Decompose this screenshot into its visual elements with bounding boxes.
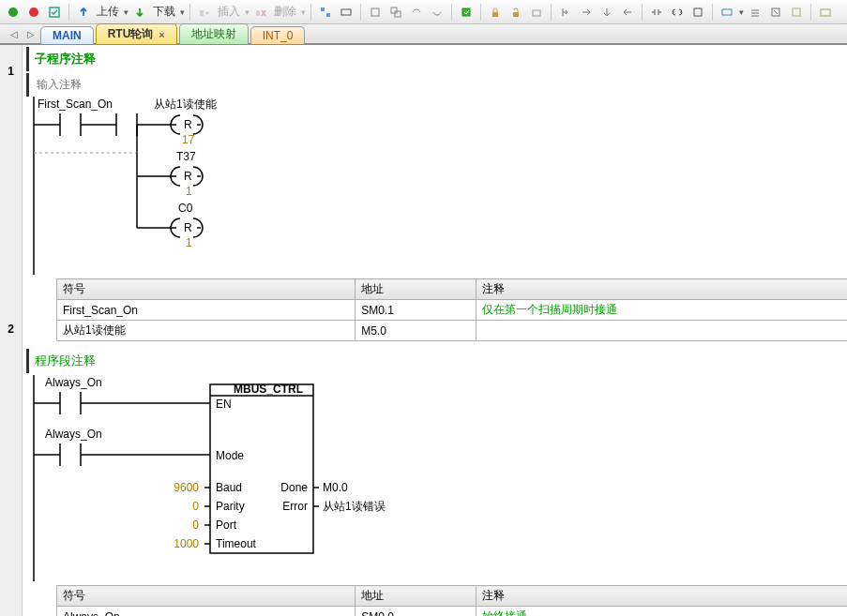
tab-nav-prev-icon[interactable]: ◁ xyxy=(8,27,21,40)
tool-icon[interactable] xyxy=(428,3,446,22)
delete-icon xyxy=(251,3,270,22)
svg-point-0 xyxy=(8,8,18,17)
coil-reset: R xyxy=(184,170,192,183)
coil-count: 17 xyxy=(182,133,195,146)
table-row[interactable]: 从站1读使能 M5.0 xyxy=(57,321,848,341)
delete-label: 删除 xyxy=(274,4,296,20)
tool-icon[interactable] xyxy=(407,3,426,22)
tool-icon[interactable] xyxy=(618,3,637,22)
table-header: 注释 xyxy=(476,279,847,300)
run-button[interactable] xyxy=(4,3,23,22)
toolbar-separator xyxy=(360,4,361,21)
svg-rect-11 xyxy=(462,8,470,16)
lock-icon[interactable] xyxy=(486,3,505,22)
close-icon[interactable]: × xyxy=(159,29,164,40)
stop-button[interactable] xyxy=(24,3,43,22)
tab-rtu-poll[interactable]: RTU轮询× xyxy=(96,23,177,44)
tab-nav-next-icon[interactable]: ▷ xyxy=(24,27,38,40)
block-pin: Parity xyxy=(216,500,245,513)
table-row[interactable]: First_Scan_On SM0.1 仅在第一个扫描周期时接通 xyxy=(57,300,848,321)
coil-label: C0 xyxy=(178,202,193,215)
network-comment: 程序段注释 xyxy=(26,349,847,373)
toolbar: 上传▾ 下载▾ 插入▾ 删除▾ ▾ xyxy=(0,0,847,24)
tool-icon[interactable] xyxy=(766,3,785,22)
svg-rect-6 xyxy=(326,13,330,17)
contact-icon[interactable] xyxy=(647,3,666,22)
table-header: 地址 xyxy=(355,279,476,300)
download-dropdown-icon[interactable]: ▾ xyxy=(180,8,185,17)
coil-icon[interactable] xyxy=(668,3,687,22)
unlock-icon[interactable] xyxy=(507,3,525,22)
tool-icon[interactable] xyxy=(597,3,616,22)
tool-icon[interactable] xyxy=(787,3,806,22)
table-header: 符号 xyxy=(57,586,355,607)
tool-icon[interactable] xyxy=(386,3,405,22)
tab-main[interactable]: MAIN xyxy=(40,26,94,44)
tab-label: INT_0 xyxy=(263,29,294,42)
coil-label: T37 xyxy=(176,150,196,163)
tool-icon[interactable] xyxy=(366,3,385,22)
symbol-table-2: 符号 地址 注释 Always_On SM0.0 始终接通 从站1读错误 MB1… xyxy=(56,585,847,616)
svg-rect-9 xyxy=(391,8,397,13)
tool-icon[interactable] xyxy=(316,3,335,22)
tool-icon[interactable] xyxy=(527,3,546,22)
svg-rect-4 xyxy=(256,10,260,16)
download-label: 下载 xyxy=(153,4,175,20)
coil-reset: R xyxy=(184,118,192,131)
svg-rect-18 xyxy=(793,8,800,16)
svg-rect-16 xyxy=(722,9,732,15)
toolbar-separator xyxy=(642,4,643,21)
block-pin: Mode xyxy=(216,449,244,462)
table-header: 符号 xyxy=(57,279,355,300)
coil-label: 从站1读使能 xyxy=(154,98,217,111)
compile-button[interactable] xyxy=(45,3,64,22)
tool-icon[interactable] xyxy=(337,3,355,22)
dropdown-icon[interactable]: ▾ xyxy=(739,8,744,17)
upload-dropdown-icon[interactable]: ▾ xyxy=(124,8,129,17)
tab-bar: ◁ ▷ MAIN RTU轮询× 地址映射 INT_0 xyxy=(0,24,847,45)
tab-label: 地址映射 xyxy=(191,26,236,42)
coil-count: 1 xyxy=(186,185,192,198)
upload-button[interactable] xyxy=(74,3,93,22)
tool-icon[interactable] xyxy=(556,3,575,22)
tab-label: MAIN xyxy=(53,29,82,42)
ladder-diagram-1: First_Scan_On 从站1读使能 R 17 T37 R 1 xyxy=(23,97,829,275)
tool-icon[interactable] xyxy=(577,3,596,22)
table-row[interactable]: Always_On SM0.0 始终接通 xyxy=(57,607,848,617)
table-header: 注释 xyxy=(476,586,847,607)
block-pin-value: 从站1读错误 xyxy=(323,500,386,513)
contact-label: Always_On xyxy=(45,376,102,389)
svg-rect-19 xyxy=(821,9,830,16)
coil-reset: R xyxy=(184,221,192,234)
box-icon[interactable] xyxy=(688,3,707,22)
svg-rect-14 xyxy=(533,10,540,16)
upload-label: 上传 xyxy=(97,4,119,20)
toolbar-separator xyxy=(712,4,713,21)
svg-rect-3 xyxy=(200,10,204,16)
network-number: 2 xyxy=(0,323,22,336)
coil-count: 1 xyxy=(186,236,192,249)
editor-content[interactable]: 子程序注释 输入注释 First_Scan_On 从站1读使能 xyxy=(23,45,847,616)
toolbar-separator xyxy=(480,4,481,21)
tool-icon[interactable] xyxy=(816,3,835,22)
toolbar-separator xyxy=(451,4,452,21)
svg-rect-13 xyxy=(513,12,519,17)
block-pin-value: M0.0 xyxy=(323,481,348,494)
tool-icon[interactable] xyxy=(746,3,764,22)
delete-dropdown-icon: ▾ xyxy=(301,8,306,17)
block-pin: Port xyxy=(216,518,237,532)
block-pin: Baud xyxy=(216,481,242,494)
network-gutter: 1 2 xyxy=(0,45,23,616)
tool-icon[interactable] xyxy=(457,3,476,22)
block-title: MBUS_CTRL xyxy=(234,383,303,396)
tool-icon[interactable] xyxy=(718,3,736,22)
table-header: 地址 xyxy=(355,586,476,607)
block-pin: EN xyxy=(216,398,232,411)
download-button[interactable] xyxy=(130,3,149,22)
tab-address-map[interactable]: 地址映射 xyxy=(179,23,249,44)
ladder-diagram-2: Always_On Always_On MBUS_CTRL EN Mode Ba… xyxy=(23,375,829,581)
tab-int0[interactable]: INT_0 xyxy=(250,26,306,44)
network-1: 输入注释 First_Scan_On 从站1读使能 R 17 xyxy=(23,73,847,341)
block-pin: Timeout xyxy=(216,537,257,550)
contact-label: Always_On xyxy=(45,428,102,441)
